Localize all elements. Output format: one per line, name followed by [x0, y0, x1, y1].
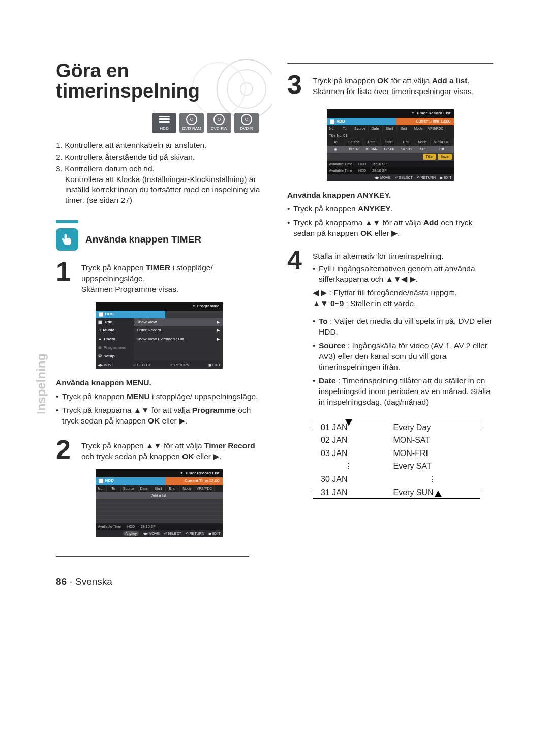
anykey-subhead: Använda knappen ANYKEY.: [287, 190, 493, 201]
step-2: 2 Tryck på knappen ▲▼ för att välja Time…: [56, 438, 262, 462]
page-footer: 86 - Svenska: [56, 575, 493, 588]
step-1: 1 Tryck på knappen TIMER i stoppläge/ up…: [56, 260, 262, 295]
osd-timer-record-empty: ✦ Timer Record List HDDCurrent Time 12:0…: [96, 469, 223, 537]
step-1-number: 1: [56, 260, 76, 295]
accent-bar: [56, 220, 78, 223]
osd-programme: ✦ Programme HDD ▦TitleShow View ♫MusicTi…: [96, 302, 223, 369]
osd-timer-record-filled: ✦ Timer Record List HDDCurrent Time 12:0…: [327, 109, 454, 181]
top-rule: [287, 63, 493, 64]
pre-checks: 1. Kontrollera att antennkabeln är anslu…: [56, 140, 262, 206]
section-header: Använda knappen TIMER: [56, 228, 262, 251]
menu-bullets: Tryck på knappen MENU i stoppläge/ uppsp…: [56, 391, 262, 427]
menu-subhead: Använda knappen MENU.: [56, 378, 262, 388]
media-icons: HDD DVD-RAM DVD-RW DVD-R: [56, 113, 262, 133]
side-tab-label: Inspelning: [33, 353, 49, 414]
dvd-ram-icon: DVD-RAM: [179, 113, 204, 133]
hdd-icon: HDD: [152, 113, 176, 133]
anykey-bullets: Tryck på knappen ANYKEY. Tryck på knappa…: [287, 204, 493, 239]
arrow-up-icon: [435, 490, 442, 501]
dvd-r-icon: DVD-R: [234, 113, 259, 133]
step-3-number: 3: [287, 73, 308, 97]
hand-icon: [56, 228, 78, 251]
step-4: 4 Ställa in alternativ för timerinspelni…: [287, 248, 493, 411]
section-title: Använda knappen TIMER: [85, 233, 201, 246]
step-3: 3 Tryck på knappen OK för att välja Add …: [287, 73, 493, 97]
dvd-rw-icon: DVD-RW: [207, 113, 231, 133]
date-diagram: 01 JANEvery Day 02 JANMON-SAT 03 JANMON-…: [313, 421, 480, 499]
footer-rule: [56, 556, 249, 557]
svg-marker-5: [435, 491, 442, 497]
title-block: Göra en timerinspelning: [56, 61, 262, 102]
step-2-number: 2: [56, 438, 76, 462]
arrow-down-icon: [345, 419, 352, 430]
page-title: Göra en timerinspelning: [56, 61, 262, 102]
svg-marker-4: [345, 419, 352, 426]
step-4-number: 4: [287, 248, 308, 411]
